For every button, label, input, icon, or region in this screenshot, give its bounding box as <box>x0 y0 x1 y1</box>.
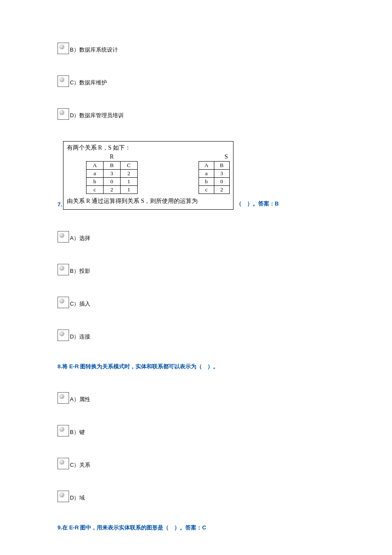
table-cell: a <box>199 170 214 178</box>
option-label: B）投影 <box>70 267 90 275</box>
option-label: B）键 <box>70 428 85 436</box>
table-cell: b <box>86 178 103 186</box>
table-cell: C <box>120 162 137 170</box>
option-label: A）选择 <box>70 234 90 243</box>
option-label: D）域 <box>70 494 85 502</box>
option-label: A）属性 <box>70 396 90 404</box>
q6-option-b: B）数据库系统设计 <box>58 43 334 54</box>
table-cell: 2 <box>103 186 120 194</box>
option-label: D）数据库管理员培训 <box>70 112 124 120</box>
option-label: C）插入 <box>70 300 90 308</box>
table-cell: c <box>199 186 214 194</box>
q7-option-d: D）连接 <box>58 330 334 341</box>
table-s: A B a 3 b 0 c 2 <box>199 161 230 194</box>
q8-option-d: D）域 <box>58 491 334 502</box>
table-cell: B <box>103 162 120 170</box>
table-cell: B <box>214 162 229 170</box>
q6-option-d: D）数据库管理员培训 <box>58 108 334 120</box>
question-7-tail: （ ）。答案：B <box>236 200 279 210</box>
question-7: 7. 有两个关系 R，S 如下： R A B C a 3 2 <box>58 141 334 210</box>
table-cell: A <box>86 162 103 170</box>
figure-prompt-top: 有两个关系 R，S 如下： <box>67 144 230 152</box>
table-r-label: R <box>86 153 138 160</box>
option-label: B）数据库系统设计 <box>70 46 118 54</box>
radio-button[interactable] <box>58 231 69 243</box>
q6-option-c: C）数据库维护 <box>58 75 334 87</box>
radio-button[interactable] <box>58 108 69 120</box>
table-cell: 0 <box>214 178 229 186</box>
figure-prompt-bottom: 由关系 R 通过运算得到关系 S，则所使用的运算为 <box>67 197 230 205</box>
q8-option-b: B）键 <box>58 425 334 436</box>
table-cell: a <box>86 170 103 178</box>
q8-option-a: A）属性 <box>58 392 334 404</box>
table-cell: 2 <box>120 170 137 178</box>
question-9-text: 9.在 E-R 图中，用来表示实体联系的图形是（ ）。答案：C <box>58 523 334 532</box>
radio-button[interactable] <box>58 297 69 308</box>
table-s-block: S A B a 3 b 0 c 2 <box>199 153 230 194</box>
table-cell: c <box>86 186 103 194</box>
radio-button[interactable] <box>58 425 69 436</box>
option-label: D）连接 <box>70 333 90 341</box>
q8-option-c: C）关系 <box>58 458 334 469</box>
option-label: C）关系 <box>70 461 90 469</box>
q7-option-b: B）投影 <box>58 264 334 275</box>
radio-button[interactable] <box>58 264 69 275</box>
table-r: A B C a 3 2 b 0 1 c <box>86 161 138 194</box>
table-cell: 1 <box>120 186 137 194</box>
table-r-block: R A B C a 3 2 b 0 1 <box>86 153 138 194</box>
radio-button[interactable] <box>58 392 69 404</box>
table-cell: b <box>199 178 214 186</box>
table-cell: A <box>199 162 214 170</box>
table-cell: 3 <box>103 170 120 178</box>
option-label: C）数据库维护 <box>70 79 107 87</box>
table-s-label: S <box>199 153 230 160</box>
figure-box: 有两个关系 R，S 如下： R A B C a 3 2 b <box>63 141 233 210</box>
radio-button[interactable] <box>58 458 69 469</box>
radio-button[interactable] <box>58 43 69 54</box>
table-cell: 2 <box>214 186 229 194</box>
question-8-text: 8.将 E-R 图转换为关系模式时，实体和联系都可以表示为（ ）。 <box>58 362 334 371</box>
table-cell: 1 <box>120 178 137 186</box>
question-number: 7. <box>58 201 62 210</box>
table-cell: 0 <box>103 178 120 186</box>
radio-button[interactable] <box>58 491 69 502</box>
radio-button[interactable] <box>58 75 69 87</box>
q7-option-a: A）选择 <box>58 231 334 243</box>
q7-option-c: C）插入 <box>58 297 334 308</box>
radio-button[interactable] <box>58 330 69 341</box>
table-cell: 3 <box>214 170 229 178</box>
